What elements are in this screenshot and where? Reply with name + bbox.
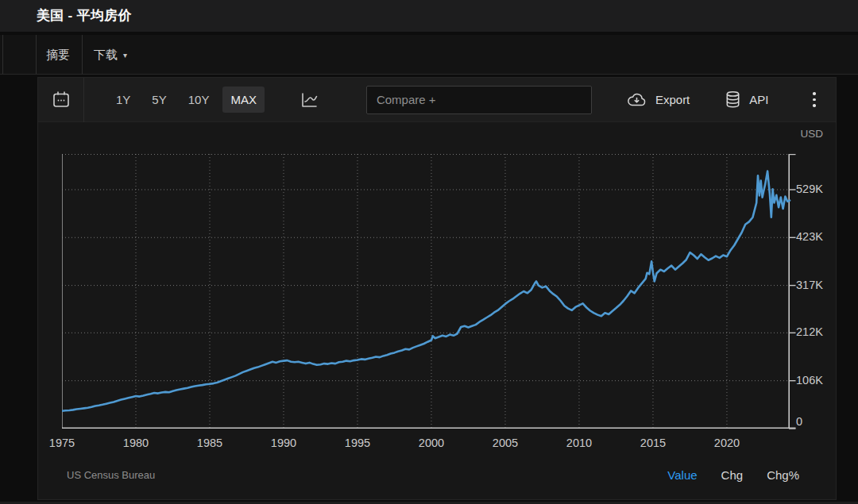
- tab-summary[interactable]: 摘要: [46, 35, 70, 74]
- title-bar: 美国 - 平均房价: [0, 0, 858, 32]
- calendar-icon: [51, 90, 72, 110]
- range-buttons: 1Y5Y10YMAX: [108, 87, 265, 113]
- footer-link-value[interactable]: Value: [667, 468, 697, 482]
- y-axis-label: 529K: [796, 183, 823, 195]
- calendar-button[interactable]: [38, 78, 84, 122]
- more-options-button[interactable]: [802, 85, 826, 115]
- x-axis-label: 2000: [419, 437, 444, 449]
- x-axis-label: 2005: [493, 437, 518, 449]
- price-series-line: [62, 171, 790, 411]
- tab-separator: [36, 35, 37, 74]
- tab-download[interactable]: 下载▾: [94, 35, 127, 74]
- chevron-down-icon: ▾: [123, 51, 127, 60]
- tab-separator: [82, 35, 83, 74]
- price-line-chart[interactable]: [62, 154, 798, 433]
- x-axis-label: 1980: [123, 437, 149, 449]
- range-max-button[interactable]: MAX: [222, 87, 265, 113]
- export-button[interactable]: Export: [619, 86, 697, 113]
- range-10y-button[interactable]: 10Y: [180, 87, 218, 113]
- tab-bar: [0, 35, 858, 75]
- y-axis-label: 317K: [796, 279, 823, 291]
- chart-type-button[interactable]: [292, 85, 327, 115]
- cloud-download-icon: [626, 91, 647, 108]
- export-label: Export: [655, 93, 690, 106]
- x-axis-label: 2020: [714, 437, 740, 449]
- x-axis-label: 1975: [49, 437, 75, 449]
- footer-link-chgpct[interactable]: Chg%: [767, 468, 799, 482]
- kebab-menu-icon: [813, 92, 816, 95]
- range-1y-button[interactable]: 1Y: [108, 87, 138, 113]
- y-axis-label: 212K: [796, 325, 823, 338]
- y-axis-label: 423K: [796, 230, 823, 243]
- range-5y-button[interactable]: 5Y: [144, 87, 174, 113]
- x-axis-label: 1990: [271, 437, 296, 449]
- unit-label: USD: [800, 128, 823, 140]
- footer-link-chg[interactable]: Chg: [721, 468, 744, 482]
- line-chart-icon: [299, 90, 319, 110]
- chart-area: USD 529K423K317K212K106K0 19751980198519…: [38, 122, 836, 500]
- x-axis-label: 1985: [197, 437, 222, 449]
- chart-toolbar: 1Y5Y10YMAX Export: [38, 78, 836, 122]
- database-icon: [725, 90, 741, 109]
- y-axis-label: 0: [796, 415, 802, 428]
- page-title: 美国 - 平均房价: [37, 0, 132, 32]
- x-axis-label: 2010: [566, 437, 592, 449]
- y-axis-label: 106K: [796, 374, 823, 387]
- x-axis-label: 1995: [345, 437, 370, 449]
- series-mode-links: ValueChgChg%: [667, 468, 799, 482]
- source-attribution: US Census Bureau: [67, 469, 155, 481]
- x-axis-label: 2015: [640, 437, 666, 449]
- tab-separator: [2, 35, 3, 74]
- chart-panel: 1Y5Y10YMAX Export: [37, 77, 837, 500]
- api-button[interactable]: API: [717, 85, 775, 114]
- api-label: API: [749, 93, 768, 106]
- compare-input[interactable]: [366, 86, 592, 114]
